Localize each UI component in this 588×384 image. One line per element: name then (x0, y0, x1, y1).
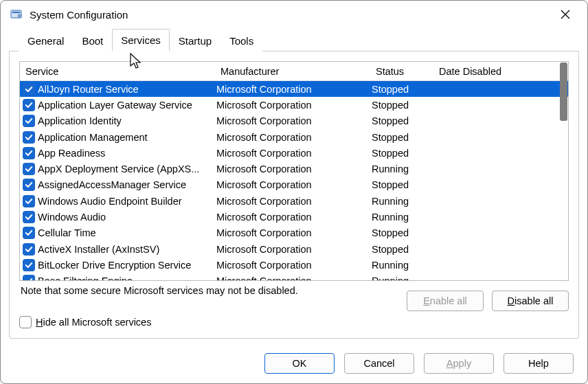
cell-manufacturer: Microsoft Corporation (216, 179, 372, 190)
hide-microsoft-label: Hide all Microsoft services (36, 317, 151, 328)
services-table: Service Manufacturer Status Date Disable… (19, 61, 569, 281)
cell-service: BitLocker Drive Encryption Service (38, 260, 216, 271)
row-checkbox[interactable] (23, 195, 35, 207)
cell-status: Running (372, 163, 435, 174)
table-row[interactable]: BitLocker Drive Encryption ServiceMicros… (20, 257, 568, 273)
table-row[interactable]: AllJoyn Router ServiceMicrosoft Corporat… (20, 81, 568, 97)
help-button[interactable]: Help (504, 353, 574, 374)
row-checkbox[interactable] (23, 83, 35, 95)
ok-button[interactable]: OK (264, 353, 335, 374)
col-date-disabled[interactable]: Date Disabled (435, 66, 568, 77)
table-row[interactable]: App ReadinessMicrosoft CorporationStoppe… (20, 145, 568, 161)
cell-status: Stopped (372, 148, 435, 159)
table-row[interactable]: Base Filtering EngineMicrosoft Corporati… (20, 273, 568, 281)
dialog-buttons: OK Cancel Apply Help (264, 353, 574, 374)
disable-all-button[interactable]: Disable all (492, 291, 569, 311)
table-row[interactable]: AssignedAccessManager ServiceMicrosoft C… (20, 177, 568, 193)
enable-all-button[interactable]: Enable all (407, 291, 484, 311)
cell-manufacturer: Microsoft Corporation (216, 260, 372, 271)
row-checkbox[interactable] (23, 227, 35, 239)
cell-status: Stopped (372, 115, 435, 126)
row-checkbox[interactable] (23, 259, 35, 271)
table-row[interactable]: ActiveX Installer (AxInstSV)Microsoft Co… (20, 241, 568, 257)
cell-service: Application Management (38, 132, 216, 143)
cell-service: Windows Audio (38, 212, 216, 223)
services-panel: Service Manufacturer Status Date Disable… (9, 52, 579, 339)
col-service[interactable]: Service (20, 66, 216, 77)
cell-status: Stopped (372, 132, 435, 143)
tab-strip: General Boot Services Startup Tools (9, 28, 579, 52)
table-row[interactable]: AppX Deployment Service (AppXS...Microso… (20, 161, 568, 177)
tab-startup[interactable]: Startup (170, 30, 220, 52)
row-checkbox[interactable] (23, 243, 35, 256)
apply-button[interactable]: Apply (424, 353, 494, 374)
table-row[interactable]: Application IdentityMicrosoft Corporatio… (20, 113, 568, 129)
col-manufacturer[interactable]: Manufacturer (216, 66, 372, 77)
table-row[interactable]: Windows AudioMicrosoft CorporationRunnin… (20, 209, 568, 225)
cell-status: Stopped (372, 179, 435, 190)
panel-buttons: Enable all Disable all (407, 291, 569, 311)
cancel-button[interactable]: Cancel (344, 353, 414, 374)
cell-status: Running (372, 196, 435, 207)
cell-status: Running (372, 260, 435, 271)
cell-manufacturer: Microsoft Corporation (216, 212, 372, 223)
row-checkbox[interactable] (23, 147, 35, 159)
cell-manufacturer: Microsoft Corporation (216, 115, 372, 126)
cell-service: App Readiness (38, 148, 216, 159)
table-header: Service Manufacturer Status Date Disable… (20, 62, 568, 81)
cell-status: Running (372, 212, 435, 223)
cell-status: Stopped (372, 244, 435, 255)
row-checkbox[interactable] (23, 163, 35, 175)
col-status[interactable]: Status (372, 66, 435, 77)
row-checkbox[interactable] (23, 115, 35, 127)
cell-manufacturer: Microsoft Corporation (216, 163, 372, 174)
cell-status: Running (372, 275, 435, 281)
cell-service: AppX Deployment Service (AppXS... (38, 163, 216, 174)
svg-rect-1 (12, 12, 20, 13)
cell-manufacturer: Microsoft Corporation (216, 275, 372, 281)
titlebar: System Configuration (1, 1, 587, 28)
app-icon (10, 8, 23, 21)
cell-status: Stopped (372, 84, 435, 95)
cell-status: Stopped (372, 227, 435, 238)
tab-boot[interactable]: Boot (73, 30, 112, 52)
cell-manufacturer: Microsoft Corporation (216, 227, 372, 238)
row-checkbox[interactable] (23, 131, 35, 144)
cell-manufacturer: Microsoft Corporation (216, 100, 372, 111)
close-button[interactable] (552, 1, 579, 28)
table-row[interactable]: Windows Audio Endpoint BuilderMicrosoft … (20, 193, 568, 209)
row-checkbox[interactable] (23, 179, 35, 191)
scrollbar-thumb[interactable] (560, 63, 567, 121)
tab-general[interactable]: General (19, 30, 73, 52)
system-configuration-window: System Configuration General Boot Servic… (0, 0, 588, 384)
row-checkbox[interactable] (23, 211, 35, 223)
table-row[interactable]: Application Layer Gateway ServiceMicroso… (20, 97, 568, 113)
cell-service: AssignedAccessManager Service (38, 179, 216, 190)
cell-service: Windows Audio Endpoint Builder (38, 196, 216, 207)
cell-status: Stopped (372, 100, 435, 111)
table-row[interactable]: Application ManagementMicrosoft Corporat… (20, 129, 568, 145)
checkbox-box (19, 316, 32, 328)
cell-service: Cellular Time (38, 227, 216, 238)
window-title: System Configuration (30, 9, 552, 21)
cell-service: Application Layer Gateway Service (38, 100, 216, 111)
cell-manufacturer: Microsoft Corporation (216, 132, 372, 143)
cell-service: ActiveX Installer (AxInstSV) (38, 244, 216, 255)
tab-services[interactable]: Services (112, 29, 170, 52)
tab-tools[interactable]: Tools (220, 30, 262, 52)
cell-manufacturer: Microsoft Corporation (216, 244, 372, 255)
cell-manufacturer: Microsoft Corporation (216, 196, 372, 207)
table-body: AllJoyn Router ServiceMicrosoft Corporat… (20, 81, 568, 281)
cell-service: Base Filtering Engine (38, 275, 216, 281)
cell-manufacturer: Microsoft Corporation (216, 148, 372, 159)
table-row[interactable]: Cellular TimeMicrosoft CorporationStoppe… (20, 225, 568, 241)
row-checkbox[interactable] (23, 275, 35, 281)
row-checkbox[interactable] (23, 99, 35, 111)
cell-manufacturer: Microsoft Corporation (216, 84, 372, 95)
cell-service: Application Identity (38, 115, 216, 126)
cell-service: AllJoyn Router Service (38, 84, 216, 95)
hide-microsoft-checkbox[interactable]: Hide all Microsoft services (19, 316, 151, 328)
